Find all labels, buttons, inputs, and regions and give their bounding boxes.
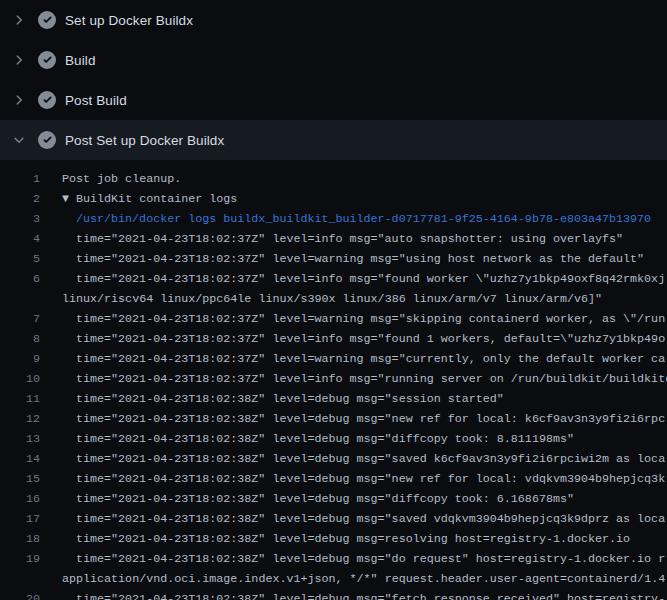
log-line-number[interactable]: 1 [0,169,40,189]
log-line-number [0,289,40,309]
log-line-text: time="2021-04-23T18:02:37Z" level=info m… [40,329,665,349]
step-title: Post Set up Docker Buildx [65,133,224,148]
step-title: Build [65,53,96,68]
log-line: 18 time="2021-04-23T18:02:38Z" level=deb… [0,529,667,549]
log-line-text: time="2021-04-23T18:02:37Z" level=info m… [40,229,623,249]
log-line-number[interactable]: 17 [0,509,40,529]
log-line: 13 time="2021-04-23T18:02:38Z" level=deb… [0,429,667,449]
step-header-post-set-up-docker-buildx[interactable]: Post Set up Docker Buildx [0,120,667,160]
log-line: 8 time="2021-04-23T18:02:37Z" level=info… [0,329,667,349]
log-line-number[interactable]: 20 [0,589,40,600]
log-line: 14 time="2021-04-23T18:02:38Z" level=deb… [0,449,667,469]
log-line-text: /usr/bin/docker logs buildx_buildkit_bui… [40,209,651,229]
log-line-text: application/vnd.oci.image.index.v1+json,… [40,569,665,589]
log-line-text: time="2021-04-23T18:02:38Z" level=debug … [40,469,665,489]
log-line: 16 time="2021-04-23T18:02:38Z" level=deb… [0,489,667,509]
log-line-number[interactable]: 14 [0,449,40,469]
log-line-text: time="2021-04-23T18:02:38Z" level=debug … [40,529,630,549]
step-header-set-up-docker-buildx[interactable]: Set up Docker Buildx [0,0,667,40]
log-line-text: time="2021-04-23T18:02:38Z" level=debug … [40,409,665,429]
step-header-build[interactable]: Build [0,40,667,80]
log-line: linux/riscv64 linux/ppc64le linux/s390x … [0,289,667,309]
log-line-number[interactable]: 4 [0,229,40,249]
log-line-number[interactable]: 3 [0,209,40,229]
log-line-text: time="2021-04-23T18:02:37Z" level=warnin… [40,249,644,269]
log-line: 19 time="2021-04-23T18:02:38Z" level=deb… [0,549,667,569]
log-line-text: time="2021-04-23T18:02:37Z" level=info m… [40,369,667,389]
log-line-number[interactable]: 10 [0,369,40,389]
log-line-number[interactable]: 8 [0,329,40,349]
step-title: Post Build [65,93,127,108]
group-expander-icon[interactable]: ▼ [62,192,76,206]
chevron-right-icon [12,13,26,27]
log-line-number[interactable]: 7 [0,309,40,329]
log-line-number[interactable]: 13 [0,429,40,449]
actions-log-viewer: Set up Docker Buildx Build Post Build Po… [0,0,667,600]
log-line[interactable]: 2 ▼ BuildKit container logs [0,189,667,209]
log-line: 15 time="2021-04-23T18:02:38Z" level=deb… [0,469,667,489]
log-line: 17 time="2021-04-23T18:02:38Z" level=deb… [0,509,667,529]
log-line-number[interactable]: 16 [0,489,40,509]
log-line: 12 time="2021-04-23T18:02:38Z" level=deb… [0,409,667,429]
log-line: 7 time="2021-04-23T18:02:37Z" level=warn… [0,309,667,329]
log-line-text: time="2021-04-23T18:02:38Z" level=debug … [40,549,665,569]
log-line-text: time="2021-04-23T18:02:38Z" level=debug … [40,589,665,600]
log-line: 3 /usr/bin/docker logs buildx_buildkit_b… [0,209,667,229]
log-line: 10 time="2021-04-23T18:02:37Z" level=inf… [0,369,667,389]
log-line: 5 time="2021-04-23T18:02:37Z" level=warn… [0,249,667,269]
log-line: 20 time="2021-04-23T18:02:38Z" level=deb… [0,589,667,600]
log-pane: 1 Post job cleanup. 2 ▼ BuildKit contain… [0,160,667,600]
log-line-number[interactable]: 11 [0,389,40,409]
step-title: Set up Docker Buildx [65,13,193,28]
chevron-right-icon [12,93,26,107]
log-line: 6 time="2021-04-23T18:02:37Z" level=info… [0,269,667,289]
step-header-post-build[interactable]: Post Build [0,80,667,120]
log-line: 9 time="2021-04-23T18:02:37Z" level=warn… [0,349,667,369]
log-line-text: time="2021-04-23T18:02:37Z" level=info m… [40,269,665,289]
log-line-number[interactable]: 9 [0,349,40,369]
log-line-number[interactable]: 2 [0,189,40,209]
log-line-text: Post job cleanup. [40,169,181,189]
log-line-number[interactable]: 19 [0,549,40,569]
log-line: 11 time="2021-04-23T18:02:38Z" level=deb… [0,389,667,409]
log-line-text: linux/riscv64 linux/ppc64le linux/s390x … [40,289,602,309]
log-line-number[interactable]: 5 [0,249,40,269]
step-list: Set up Docker Buildx Build Post Build Po… [0,0,667,160]
log-line-number[interactable]: 6 [0,269,40,289]
log-line: 4 time="2021-04-23T18:02:37Z" level=info… [0,229,667,249]
check-circle-icon [38,91,56,109]
log-line-text: time="2021-04-23T18:02:38Z" level=debug … [40,489,574,509]
log-line: 1 Post job cleanup. [0,169,667,189]
chevron-down-icon [12,133,26,147]
log-line-number[interactable]: 15 [0,469,40,489]
log-line-text: time="2021-04-23T18:02:38Z" level=debug … [40,389,504,409]
log-line-text: time="2021-04-23T18:02:37Z" level=warnin… [40,349,665,369]
chevron-right-icon [12,53,26,67]
check-circle-icon [38,51,56,69]
check-circle-icon [38,131,56,149]
log-line-text: time="2021-04-23T18:02:38Z" level=debug … [40,509,665,529]
log-line-number [0,569,40,589]
log-line-number[interactable]: 12 [0,409,40,429]
log-line-text: ▼ BuildKit container logs [40,189,237,209]
log-line-text: time="2021-04-23T18:02:38Z" level=debug … [40,449,665,469]
log-line: application/vnd.oci.image.index.v1+json,… [0,569,667,589]
log-line-text: time="2021-04-23T18:02:37Z" level=warnin… [40,309,665,329]
check-circle-icon [38,11,56,29]
log-line-number[interactable]: 18 [0,529,40,549]
log-line-text: time="2021-04-23T18:02:38Z" level=debug … [40,429,574,449]
